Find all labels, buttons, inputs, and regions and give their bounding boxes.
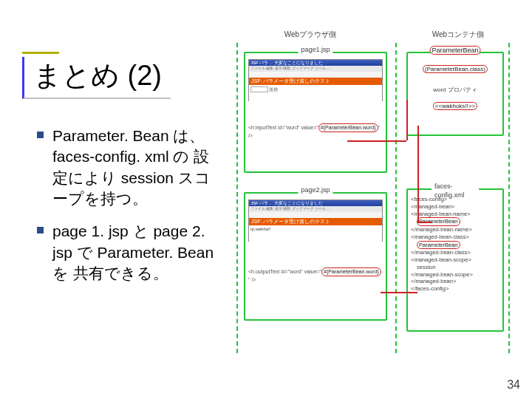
panel-title: page1.jsp [298, 46, 332, 53]
list-item: Parameter. Bean は、 faces-config. xml の 設… [37, 126, 218, 209]
title-box: まとめ (2) [22, 57, 171, 99]
code-line: <managed-bean-scope> [411, 256, 501, 264]
panel-parameter-bean: ParameterBean (ParameterBean.class) word… [406, 52, 504, 136]
code-line: session [411, 264, 501, 271]
divider-line [395, 43, 397, 353]
config-code: <faces-config> <managed-bean> <managed-b… [411, 196, 501, 293]
code-line: <managed-bean> [411, 203, 501, 211]
browser-toolbar [249, 72, 382, 78]
bean-property-label: word プロパティ [408, 86, 502, 94]
panel-page1: page1.jsp JSF パラ… 大変なことになりました ファイル 編集 表示… [244, 52, 387, 173]
panel-title: page2.jsp [298, 186, 332, 194]
divider-line [508, 43, 510, 353]
code-text: <h:outputText id="word" value=" [248, 269, 321, 274]
code-highlight: #{ParameterBean.word} [321, 267, 381, 276]
column-label-browser: Webブラウザ側 [266, 30, 355, 40]
browser-body: 送信 [249, 85, 382, 103]
title-block: まとめ (2) [22, 52, 171, 99]
browser-mock: JSF パラ… 大変なことになりました ファイル 編集 表示 移動 ブックマーク… [248, 59, 383, 101]
connector-line [417, 126, 419, 222]
browser-titlebar: JSF パラ… 大変なことになりました [249, 200, 382, 206]
code-text: <h:inputText id="word" value=" [248, 125, 318, 130]
architecture-diagram: Webブラウザ側 Webコンテナ側 page1.jsp JSF パラ… 大変なこ… [236, 30, 510, 355]
browser-titlebar: JSF パラ… 大変なことになりました [249, 60, 382, 66]
code-line: </managed-bean-class> [411, 249, 501, 256]
browser-menubar: ファイル 編集 表示 移動 ブックマーク ツール … [249, 206, 382, 212]
panel-faces-config: faces-config.xml <faces-config> <managed… [406, 188, 504, 332]
code-line: </managed-bean-scope> [411, 271, 501, 279]
connector-line [417, 222, 432, 223]
panel-page2: page2.jsp JSF パラ… 大変なことになりました ファイル 編集 表示… [244, 192, 387, 321]
divider-line [236, 43, 238, 353]
code-line: <faces-config> [411, 196, 501, 203]
code-line: <managed-bean-class> [411, 233, 501, 241]
browser-banner: JSF: パラメータ受け渡しのテスト [249, 218, 382, 225]
code-line: </managed-bean> [411, 278, 501, 285]
bullet-icon [37, 132, 44, 138]
bullet-icon [37, 227, 44, 233]
browser-mock: JSF パラ… 大変なことになりました ファイル 編集 表示 移動 ブックマーク… [248, 200, 383, 242]
submit-label: 送信 [269, 87, 278, 92]
text-input-mock [250, 86, 268, 92]
slide: まとめ (2) Parameter. Bean は、 faces-config.… [0, 0, 532, 399]
browser-body: tp:wahha!! [249, 225, 382, 243]
connector-line [406, 100, 408, 140]
column-label-container: Webコンテナ側 [414, 30, 502, 40]
bullet-text: page 1. jsp と page 2. jsp で Parameter. B… [52, 221, 218, 284]
page-number: 34 [507, 378, 520, 392]
browser-toolbar [249, 212, 382, 218]
code-snippet: <h:inputText id="word" value="#{Paramete… [248, 123, 383, 140]
connector-line [381, 292, 417, 293]
code-highlight: #{ParameterBean.word} [318, 123, 378, 132]
bean-class-label: (ParameterBean.class) [408, 65, 502, 73]
connector-line [347, 140, 406, 142]
title-rule [22, 52, 59, 54]
code-line: <managed-bean-name> [411, 211, 501, 218]
code-highlight: ParameterBean [417, 241, 460, 250]
panel-title-highlight: ParameterBean [429, 46, 480, 55]
bullet-list: Parameter. Bean は、 faces-config. xml の 設… [37, 126, 218, 296]
browser-menubar: ファイル 編集 表示 移動 ブックマーク ツール … [249, 66, 382, 72]
bean-value-label: <<wakhoks!!>> [408, 102, 502, 110]
slide-title: まとめ (2) [33, 60, 162, 91]
code-line: </faces-config> [411, 285, 501, 293]
code-line: </managed-bean-name> [411, 226, 501, 233]
browser-banner: JSF: パラメータ受け渡しのテスト [249, 78, 382, 85]
list-item: page 1. jsp と page 2. jsp で Parameter. B… [37, 221, 218, 284]
code-snippet: <h:outputText id="word" value="#{Paramet… [248, 267, 383, 284]
code-text: " /> [248, 277, 256, 282]
bullet-text: Parameter. Bean は、 faces-config. xml の 設… [52, 126, 218, 209]
